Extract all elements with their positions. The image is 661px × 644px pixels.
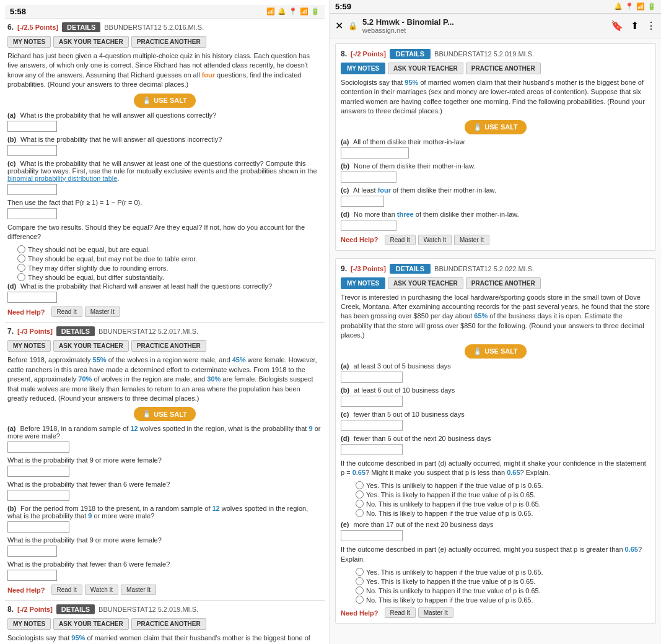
- q8r-sub-b: (b) None of them dislike their mother-in…: [341, 162, 650, 183]
- q7-practice-btn[interactable]: PRACTICE ANOTHER: [131, 340, 206, 352]
- q8r-b-input[interactable]: [341, 172, 396, 183]
- salt-icon: 🧂: [142, 97, 151, 105]
- q6-ask-teacher-btn[interactable]: ASK YOUR TEACHER: [53, 36, 129, 48]
- question-8-right-block: 8. [-/2 Points] DETAILS BBUNDERSTAT12 5.…: [335, 43, 656, 251]
- q7-watch-it-btn[interactable]: Watch It: [85, 585, 118, 595]
- q8r-ask-teacher-btn[interactable]: ASK YOUR TEACHER: [388, 63, 463, 74]
- q8r-c-input[interactable]: [341, 196, 384, 207]
- q6-c2-input[interactable]: [7, 208, 57, 219]
- q6-practice-btn[interactable]: PRACTICE ANOTHER: [131, 36, 206, 48]
- q9-e-input[interactable]: [341, 530, 403, 541]
- q6-sub-b: (b) What is the probability that he will…: [7, 136, 322, 156]
- q7-master-it-btn[interactable]: Master It: [121, 585, 156, 595]
- q6-radio-2-input[interactable]: [17, 255, 25, 263]
- q8r-use-salt-btn[interactable]: 🧂 USE SALT: [465, 120, 527, 134]
- q8r-details-btn[interactable]: DETAILS: [390, 49, 431, 59]
- q7-use-salt-btn[interactable]: 🧂 USE SALT: [134, 407, 196, 421]
- q9-text: Trevor is interested in purchasing the l…: [341, 293, 650, 341]
- q8r-master-it-btn[interactable]: Master It: [454, 235, 489, 245]
- q8r-sub-a: (a) All of them dislike their mother-in-…: [341, 138, 650, 159]
- q8r-d-input[interactable]: [341, 220, 396, 231]
- q9-radio-e-2-input[interactable]: [356, 577, 364, 585]
- q9-a-input[interactable]: [341, 372, 403, 383]
- q7-b3-input[interactable]: [7, 570, 57, 581]
- q6-b-input[interactable]: [7, 145, 57, 156]
- q6-use-salt-btn[interactable]: 🧂 USE SALT: [134, 94, 196, 108]
- q9-number: 9.: [341, 264, 347, 273]
- q8r-practice-btn[interactable]: PRACTICE ANOTHER: [466, 63, 541, 74]
- q9-practice-btn[interactable]: PRACTICE ANOTHER: [466, 277, 541, 289]
- q9-points: [-/3 Points]: [351, 265, 386, 272]
- q8r-watch-it-btn[interactable]: Watch It: [418, 235, 452, 245]
- q8r-my-notes-btn[interactable]: MY NOTES: [341, 63, 385, 74]
- q7-details-btn[interactable]: DETAILS: [56, 326, 95, 336]
- q6-binomial-link[interactable]: binomial probability distribution table: [7, 175, 117, 182]
- q6-radio-1-input[interactable]: [17, 245, 25, 253]
- q7-a2-input[interactable]: [7, 466, 69, 477]
- q9-read-it-btn[interactable]: Read It: [385, 607, 416, 618]
- q6-radio-1: They should not be equal, but are equal.: [17, 245, 322, 253]
- alarm-icon: 🔔: [278, 7, 286, 15]
- q8l-text: Sociologists say that 95% of married wom…: [7, 633, 322, 644]
- q6-read-it-btn[interactable]: Read It: [51, 307, 82, 317]
- bookmark-icon[interactable]: 🔖: [611, 20, 623, 32]
- q8r-sub-d: (d) No more than three of them dislike t…: [341, 211, 650, 231]
- q7-number: 7.: [7, 327, 14, 336]
- q6-radio-4: They should be equal, but differ substan…: [17, 273, 322, 281]
- q9-radio-d-2-input[interactable]: [356, 490, 364, 498]
- q9-radio-e-4-input[interactable]: [356, 596, 364, 604]
- q8r-number: 8.: [341, 50, 347, 58]
- q6-radio-4-input[interactable]: [17, 273, 25, 281]
- q8l-practice-btn[interactable]: PRACTICE ANOTHER: [131, 618, 206, 630]
- q6-radio-3-input[interactable]: [17, 264, 25, 272]
- q9-details-btn[interactable]: DETAILS: [390, 264, 431, 274]
- q9-radio-d-4: No. This is likely to happen if the true…: [356, 509, 650, 517]
- close-icon[interactable]: ✕: [335, 20, 343, 32]
- q8l-ask-teacher-btn[interactable]: ASK YOUR TEACHER: [53, 618, 129, 630]
- q9-use-salt-btn[interactable]: 🧂 USE SALT: [465, 344, 527, 359]
- question-9-block: 9. [-/3 Points] DETAILS BBUNDERSTAT12 5.…: [335, 258, 656, 624]
- q6-my-notes-btn[interactable]: MY NOTES: [7, 36, 51, 48]
- q8r-actions: MY NOTES ASK YOUR TEACHER PRACTICE ANOTH…: [341, 63, 650, 74]
- question-8-left-section: 8. [-/2 Points] DETAILS BBUNDERSTAT12 5.…: [5, 601, 325, 644]
- q6-number: 6.: [7, 23, 14, 32]
- q6-d-input[interactable]: [7, 292, 57, 303]
- q8r-help: Need Help? Read It Watch It Master It: [341, 235, 650, 245]
- q9-radio-d-4-input[interactable]: [356, 509, 364, 517]
- q9-c-input[interactable]: [341, 420, 403, 431]
- q9-my-notes-btn[interactable]: My NoteS: [341, 277, 385, 289]
- q8r-read-it-btn[interactable]: Read It: [385, 235, 416, 245]
- q8r-text: Sociologists say that 95% of married wom…: [341, 78, 650, 116]
- q7-b1-input[interactable]: [7, 521, 69, 533]
- q8r-a-input[interactable]: [341, 147, 409, 159]
- share-icon[interactable]: ⬆: [631, 20, 639, 32]
- q9-radio-e-3-input[interactable]: [356, 586, 364, 594]
- q9-radio-e-1-input[interactable]: [356, 568, 364, 576]
- q7-a1-input[interactable]: [7, 442, 69, 453]
- more-icon[interactable]: ⋮: [646, 20, 656, 32]
- q6-master-it-btn[interactable]: Master It: [85, 307, 120, 317]
- q6-details-btn[interactable]: DETAILS: [62, 22, 100, 32]
- q9-b-input[interactable]: [341, 396, 403, 407]
- q7-actions: MY NOTES ASK YOUR TEACHER PRACTICE ANOTH…: [7, 340, 322, 352]
- q7-sub-b2: What is the probability that 9 or more w…: [7, 536, 322, 557]
- q6-a-input[interactable]: [7, 121, 57, 132]
- q7-ask-teacher-btn[interactable]: ASK YOUR TEACHER: [53, 340, 129, 352]
- q9-radio-d-3-input[interactable]: [356, 500, 364, 508]
- salt-icon-4: 🧂: [473, 347, 482, 355]
- question-8-left-header: 8. [-/2 Points] DETAILS BBUNDERSTAT12 5.…: [7, 604, 322, 614]
- q6-c1-input[interactable]: [7, 184, 57, 195]
- q7-read-it-btn[interactable]: Read It: [51, 585, 82, 595]
- q9-master-it-btn[interactable]: Master It: [418, 607, 453, 618]
- q7-my-notes-btn[interactable]: MY NOTES: [7, 340, 51, 352]
- q8l-details-btn[interactable]: DETAILS: [56, 604, 95, 614]
- q9-ask-teacher-btn[interactable]: ASK YOUR TEACHER: [388, 277, 463, 289]
- q9-radio-d-1: Yes. This is unlikely to happen if the t…: [356, 481, 650, 489]
- q6-sub-c2: Then use the fact that P(r ≥ 1) = 1 − P(…: [7, 199, 322, 219]
- left-status-bar: 5:58 📶 🔔 📍 📶 🔋: [5, 5, 325, 19]
- q7-b2-input[interactable]: [7, 546, 57, 557]
- q9-radio-d-1-input[interactable]: [356, 481, 364, 489]
- q7-a3-input[interactable]: [7, 490, 69, 501]
- q8l-my-notes-btn[interactable]: MY NOTES: [7, 618, 51, 630]
- q9-d-input[interactable]: [341, 444, 403, 455]
